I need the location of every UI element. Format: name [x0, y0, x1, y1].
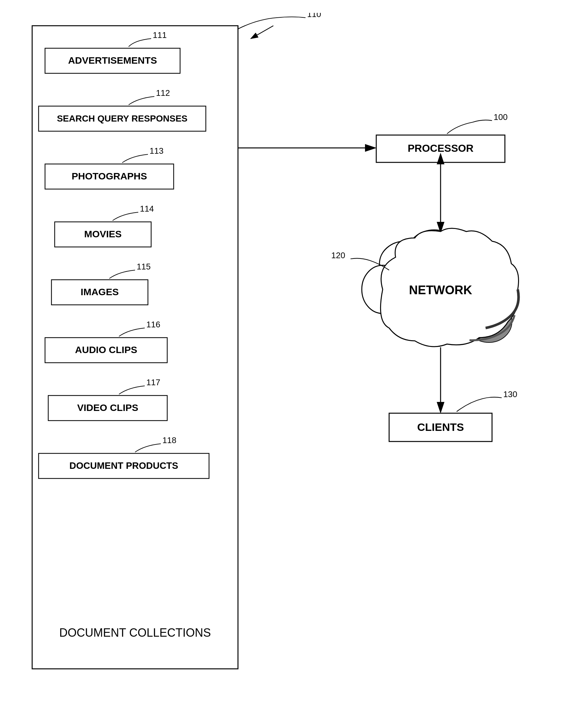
clients-label: CLIENTS	[417, 421, 464, 433]
audio-clips-label: AUDIO CLIPS	[75, 344, 137, 355]
video-clips-label: VIDEO CLIPS	[77, 402, 138, 413]
ref-116: 116	[146, 320, 160, 329]
photographs-label: PHOTOGRAPHS	[72, 171, 147, 181]
network-cloud: NETWORK	[362, 228, 519, 347]
diagram: ADVERTISEMENTS 111 SEARCH QUERY RESPONSE…	[13, 13, 571, 720]
images-label: IMAGES	[81, 286, 119, 297]
ref-100: 100	[493, 112, 507, 122]
ref-112: 112	[156, 88, 170, 98]
ref-118: 118	[162, 435, 176, 445]
ref-115: 115	[137, 262, 151, 271]
network-text: NETWORK	[409, 283, 473, 297]
ref-114: 114	[140, 204, 154, 213]
processor-label: PROCESSOR	[408, 142, 473, 154]
doc-products-label: DOCUMENT PRODUCTS	[70, 461, 178, 471]
doc-collections-text: DOCUMENT COLLECTIONS	[59, 626, 211, 639]
ref-113: 113	[150, 146, 163, 156]
movies-label: MOVIES	[84, 229, 122, 239]
svg-line-10	[251, 26, 273, 38]
diagram-svg: ADVERTISEMENTS 111 SEARCH QUERY RESPONSE…	[13, 13, 571, 720]
ref-117: 117	[146, 378, 160, 387]
advertisements-label: ADVERTISEMENTS	[68, 55, 157, 66]
ref-110: 110	[307, 13, 321, 19]
search-query-label: SEARCH QUERY RESPONSES	[57, 113, 187, 124]
ref-120: 120	[331, 251, 345, 260]
ref-111: 111	[153, 30, 167, 40]
ref-130: 130	[503, 389, 517, 399]
